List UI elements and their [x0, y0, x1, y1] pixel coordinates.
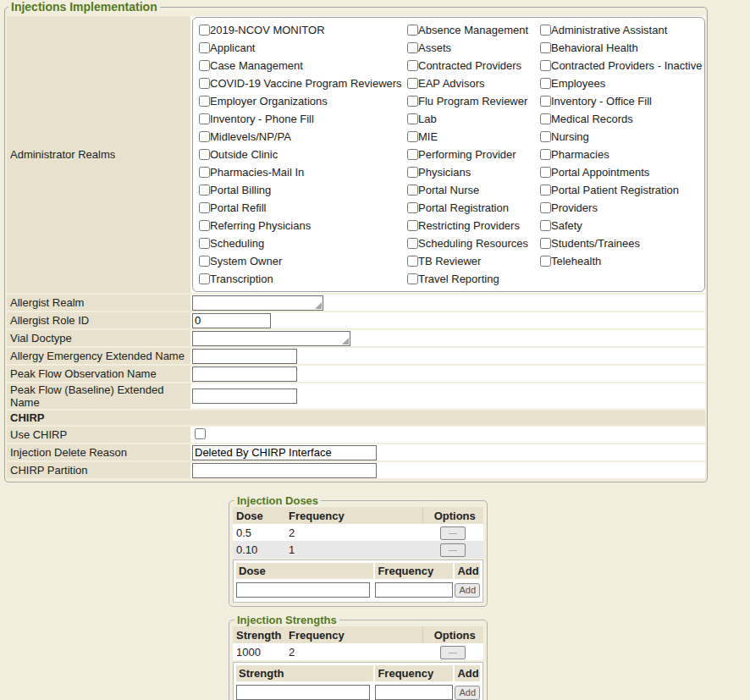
realm-checkbox-item[interactable]: Pharmacies: [538, 146, 704, 163]
realm-checkbox-item[interactable]: Scheduling Resources: [405, 234, 538, 252]
realm-checkbox-item[interactable]: Portal Billing: [196, 181, 405, 199]
realm-checkbox-item[interactable]: Assets: [405, 39, 538, 57]
realm-checkbox-item[interactable]: Contracted Providers: [405, 57, 538, 74]
realm-checkbox-item[interactable]: Portal Refill: [196, 199, 405, 217]
dose-add-value-input[interactable]: [236, 582, 370, 598]
realm-checkbox-item[interactable]: Case Management: [196, 57, 405, 74]
realm-checkbox[interactable]: [199, 220, 210, 231]
realm-checkbox[interactable]: [540, 78, 551, 89]
realm-checkbox-item[interactable]: Pharmacies-Mail In: [196, 163, 405, 181]
text-input[interactable]: [192, 349, 297, 364]
realm-checkbox[interactable]: [540, 113, 551, 124]
realm-checkbox[interactable]: [199, 60, 210, 71]
text-input[interactable]: [192, 445, 377, 460]
field-checkbox[interactable]: [195, 428, 206, 439]
realm-checkbox[interactable]: [540, 131, 551, 142]
realm-checkbox-item[interactable]: Providers: [538, 199, 704, 217]
realm-checkbox-item[interactable]: Inventory - Phone Fill: [196, 110, 405, 128]
options-button[interactable]: —: [440, 526, 466, 540]
realm-checkbox[interactable]: [199, 238, 210, 249]
text-input[interactable]: [192, 331, 350, 346]
realm-checkbox[interactable]: [540, 220, 551, 231]
realm-checkbox[interactable]: [407, 202, 418, 213]
realm-checkbox[interactable]: [407, 185, 418, 196]
realm-checkbox[interactable]: [540, 185, 551, 196]
realm-checkbox[interactable]: [407, 25, 418, 36]
realm-checkbox[interactable]: [407, 131, 418, 142]
dose-add-frequency-input[interactable]: [375, 582, 453, 598]
realm-checkbox-item[interactable]: Portal Registration: [405, 199, 538, 217]
realm-checkbox[interactable]: [407, 96, 418, 107]
realm-checkbox-item[interactable]: Transcription: [196, 270, 405, 288]
realm-checkbox-item[interactable]: Performing Provider: [405, 146, 538, 163]
realm-checkbox-item[interactable]: Absence Management: [405, 21, 538, 39]
realm-checkbox[interactable]: [540, 256, 551, 267]
realm-checkbox[interactable]: [540, 149, 551, 160]
realm-checkbox[interactable]: [407, 42, 418, 53]
realm-checkbox[interactable]: [199, 273, 210, 284]
realm-checkbox[interactable]: [199, 78, 210, 89]
text-input[interactable]: [192, 389, 297, 404]
strength-add-value-input[interactable]: [236, 685, 370, 700]
realm-checkbox-item[interactable]: Physicians: [405, 163, 538, 181]
realm-checkbox[interactable]: [407, 220, 418, 231]
realm-checkbox-item[interactable]: Telehealth: [538, 252, 704, 270]
realm-checkbox-item[interactable]: Students/Trainees: [538, 234, 704, 252]
realm-checkbox-item[interactable]: Medical Records: [538, 110, 704, 128]
realm-checkbox[interactable]: [407, 273, 418, 284]
realm-checkbox[interactable]: [199, 25, 210, 36]
realm-checkbox[interactable]: [407, 238, 418, 249]
realm-checkbox[interactable]: [540, 60, 551, 71]
strength-add-frequency-input[interactable]: [375, 685, 453, 700]
realm-checkbox[interactable]: [199, 256, 210, 267]
realm-checkbox-item[interactable]: Flu Program Reviewer: [405, 92, 538, 110]
realm-checkbox-item[interactable]: Restricting Providers: [405, 217, 538, 234]
realm-checkbox[interactable]: [199, 96, 210, 107]
realm-checkbox[interactable]: [540, 167, 551, 178]
realm-checkbox-item[interactable]: EAP Advisors: [405, 74, 538, 92]
realm-checkbox-item[interactable]: Travel Reporting: [405, 270, 538, 288]
realm-checkbox-item[interactable]: Applicant: [196, 39, 405, 57]
dose-add-button[interactable]: Add: [455, 583, 480, 598]
realm-checkbox[interactable]: [540, 202, 551, 213]
realm-checkbox-item[interactable]: System Owner: [196, 252, 405, 270]
realm-checkbox-item[interactable]: Scheduling: [196, 234, 405, 252]
realm-checkbox[interactable]: [407, 60, 418, 71]
realm-checkbox-item[interactable]: Portal Nurse: [405, 181, 538, 199]
realm-checkbox[interactable]: [540, 238, 551, 249]
realm-checkbox[interactable]: [407, 167, 418, 178]
realm-checkbox-item[interactable]: Portal Patient Registration: [538, 181, 704, 199]
realm-checkbox-item[interactable]: Contracted Providers - Inactive: [538, 57, 704, 74]
strength-add-button[interactable]: Add: [455, 686, 480, 700]
realm-checkbox-item[interactable]: Administrative Assistant: [538, 21, 704, 39]
realm-checkbox-item[interactable]: Lab: [405, 110, 538, 128]
realm-checkbox-item[interactable]: 2019-NCOV MONITOR: [196, 21, 405, 39]
realm-checkbox[interactable]: [407, 149, 418, 160]
realm-checkbox-item[interactable]: COVID-19 Vaccine Program Reviewers: [196, 74, 405, 92]
realm-checkbox[interactable]: [407, 256, 418, 267]
text-input[interactable]: [192, 367, 297, 382]
realm-checkbox-item[interactable]: TB Reviewer: [405, 252, 538, 270]
realm-checkbox[interactable]: [199, 113, 210, 124]
realm-checkbox[interactable]: [199, 42, 210, 53]
realm-checkbox[interactable]: [199, 131, 210, 142]
realm-checkbox-item[interactable]: Employees: [538, 74, 704, 92]
realm-checkbox-item[interactable]: Behavioral Health: [538, 39, 704, 57]
text-input[interactable]: [192, 295, 323, 311]
realm-checkbox[interactable]: [199, 202, 210, 213]
realm-checkbox[interactable]: [540, 42, 551, 53]
realm-checkbox[interactable]: [407, 113, 418, 124]
text-input[interactable]: [192, 463, 377, 478]
realm-checkbox[interactable]: [199, 167, 210, 178]
realm-checkbox-item[interactable]: Outside Clinic: [196, 146, 405, 163]
realm-checkbox[interactable]: [199, 185, 210, 196]
realm-checkbox[interactable]: [407, 78, 418, 89]
text-input[interactable]: [192, 313, 271, 328]
realm-checkbox-item[interactable]: Inventory - Office Fill: [538, 92, 704, 110]
realm-checkbox-item[interactable]: Portal Appointments: [538, 163, 704, 181]
realm-checkbox-item[interactable]: Safety: [538, 217, 704, 234]
realm-checkbox-item[interactable]: Employer Organizations: [196, 92, 405, 110]
options-button[interactable]: —: [440, 543, 466, 557]
realm-checkbox-item[interactable]: Nursing: [538, 128, 704, 146]
realm-checkbox-item[interactable]: Midlevels/NP/PA: [196, 128, 405, 146]
